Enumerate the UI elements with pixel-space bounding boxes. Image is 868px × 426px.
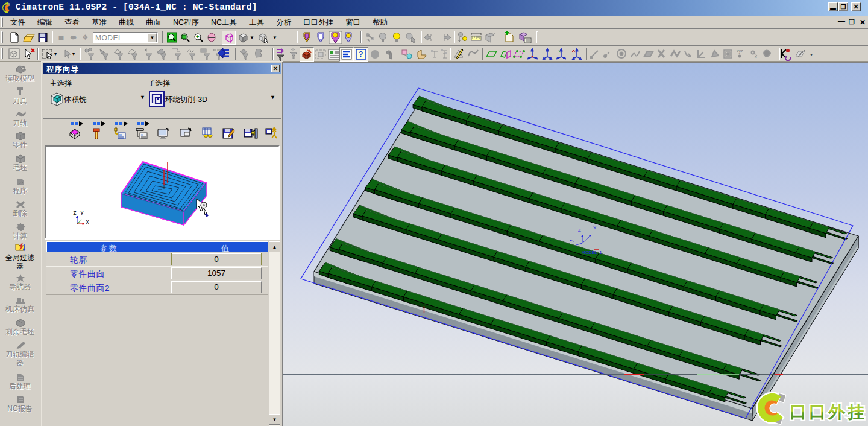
svg-text:x: x — [86, 219, 89, 226]
svg-text:MODEL_1: MODEL_1 — [582, 250, 602, 255]
svg-text:▾: ▾ — [54, 51, 57, 57]
svg-text:▾: ▾ — [72, 51, 75, 57]
svg-text:xyz: xyz — [737, 49, 743, 54]
svg-text:y: y — [80, 209, 84, 216]
svg-text:口口外挂: 口口外挂 — [790, 402, 867, 421]
svg-text:Z: Z — [578, 227, 581, 233]
svg-text:z: z — [73, 210, 77, 217]
svg-text:▾: ▾ — [810, 52, 813, 57]
svg-text:+: + — [196, 34, 199, 40]
svg-text:X: X — [593, 225, 597, 230]
svg-text:?: ? — [359, 50, 363, 59]
